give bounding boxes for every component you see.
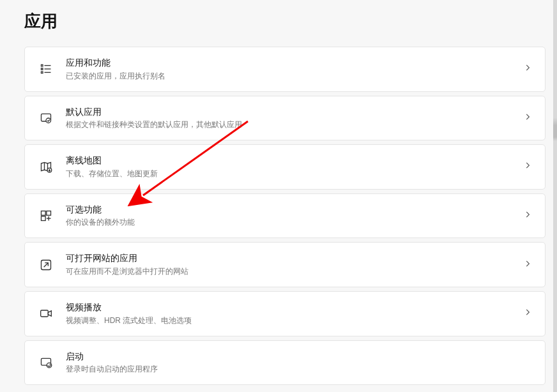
card-subtitle: 下载、存储位置、地图更新 bbox=[66, 168, 515, 179]
apps-add-icon bbox=[38, 207, 54, 224]
card-subtitle: 已安装的应用，应用执行别名 bbox=[66, 70, 515, 82]
card-title: 视频播放 bbox=[66, 301, 515, 314]
chevron-right-icon bbox=[523, 210, 532, 222]
settings-card-list: 应用和功能 已安装的应用，应用执行别名 默认应用 根据文件和链接种类设置的默认应… bbox=[24, 47, 546, 385]
svg-point-23 bbox=[47, 363, 52, 368]
card-subtitle: 登录时自动启动的应用程序 bbox=[66, 363, 532, 375]
card-texts: 启动 登录时自动启动的应用程序 bbox=[66, 351, 532, 375]
card-texts: 可打开网站的应用 可在应用而不是浏览器中打开的网站 bbox=[66, 252, 515, 277]
svg-marker-21 bbox=[48, 311, 51, 316]
svg-line-19 bbox=[44, 262, 49, 267]
map-download-icon bbox=[38, 158, 54, 175]
page-title: 应用 bbox=[24, 10, 546, 33]
card-title: 启动 bbox=[66, 351, 532, 363]
settings-item-default-apps[interactable]: 默认应用 根据文件和链接种类设置的默认应用，其他默认应用 bbox=[24, 96, 546, 141]
svg-rect-13 bbox=[42, 211, 46, 216]
card-texts: 应用和功能 已安装的应用，应用执行别名 bbox=[66, 57, 515, 82]
card-title: 可打开网站的应用 bbox=[66, 252, 515, 265]
card-title: 离线地图 bbox=[66, 155, 515, 167]
card-texts: 默认应用 根据文件和链接种类设置的默认应用，其他默认应用 bbox=[66, 106, 515, 131]
card-texts: 离线地图 下载、存储位置、地图更新 bbox=[66, 155, 515, 179]
card-texts: 可选功能 你的设备的额外功能 bbox=[66, 204, 515, 229]
chevron-right-icon bbox=[523, 259, 532, 271]
svg-rect-15 bbox=[42, 216, 46, 221]
card-title: 应用和功能 bbox=[66, 57, 515, 70]
chevron-right-icon bbox=[523, 63, 532, 75]
card-title: 默认应用 bbox=[66, 106, 515, 119]
card-subtitle: 可在应用而不是浏览器中打开的网站 bbox=[66, 266, 515, 277]
list-details-icon bbox=[38, 61, 54, 77]
chevron-right-icon bbox=[523, 112, 532, 124]
card-title: 可选功能 bbox=[66, 204, 515, 216]
settings-item-apps-and-features[interactable]: 应用和功能 已安装的应用，应用执行别名 bbox=[24, 47, 546, 92]
card-subtitle: 视频调整、HDR 流式处理、电池选项 bbox=[66, 315, 515, 326]
svg-rect-0 bbox=[42, 65, 43, 67]
startup-icon bbox=[38, 354, 54, 371]
chevron-right-icon bbox=[523, 308, 532, 319]
settings-item-video-playback[interactable]: 视频播放 视频调整、HDR 流式处理、电池选项 bbox=[24, 291, 546, 336]
settings-item-apps-for-websites[interactable]: 可打开网站的应用 可在应用而不是浏览器中打开的网站 bbox=[24, 242, 546, 287]
svg-rect-20 bbox=[41, 310, 49, 317]
svg-rect-4 bbox=[42, 72, 43, 73]
external-link-icon bbox=[38, 257, 54, 273]
video-icon bbox=[38, 305, 54, 322]
card-texts: 视频播放 视频调整、HDR 流式处理、电池选项 bbox=[66, 301, 515, 326]
card-subtitle: 你的设备的额外功能 bbox=[66, 216, 515, 228]
card-subtitle: 根据文件和链接种类设置的默认应用，其他默认应用 bbox=[66, 119, 515, 130]
settings-item-startup[interactable]: 启动 登录时自动启动的应用程序 bbox=[24, 340, 546, 386]
chevron-right-icon bbox=[523, 161, 532, 172]
settings-item-optional-features[interactable]: 可选功能 你的设备的额外功能 bbox=[24, 193, 546, 239]
settings-item-offline-maps[interactable]: 离线地图 下载、存储位置、地图更新 bbox=[24, 144, 546, 190]
default-app-icon bbox=[38, 110, 54, 126]
svg-rect-14 bbox=[47, 211, 51, 216]
window-edge bbox=[553, 0, 557, 392]
svg-rect-2 bbox=[42, 68, 43, 70]
